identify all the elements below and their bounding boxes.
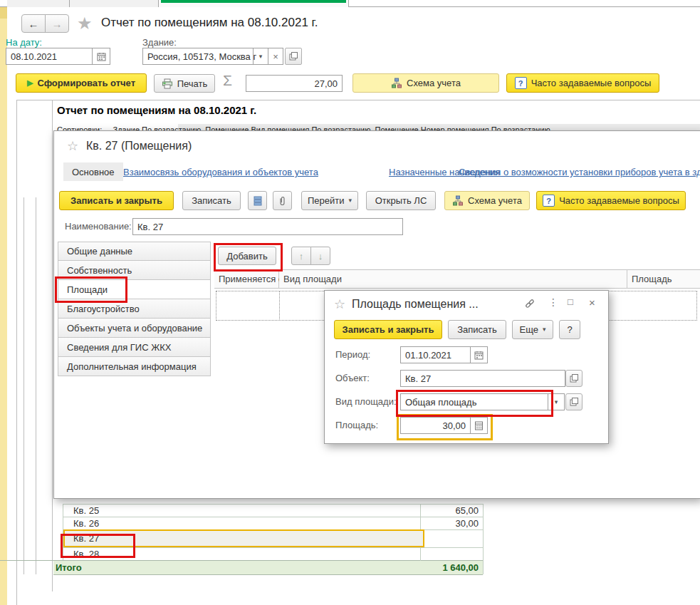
col-header-area-kind[interactable]: Вид площади — [279, 269, 627, 289]
area-value: 30,00 — [401, 420, 470, 431]
area-calculator-button[interactable] — [470, 418, 487, 433]
faq-button[interactable]: ? Часто задаваемые вопросы — [506, 73, 659, 93]
faq-label: Часто задаваемые вопросы — [531, 78, 652, 88]
print-button[interactable]: Печать — [154, 74, 215, 93]
name-input[interactable]: Кв. 27 — [132, 218, 403, 235]
add-label: Добавить — [226, 251, 267, 262]
report-row-name-selected[interactable]: Кв. 27 — [73, 533, 99, 544]
open-in-form-icon — [570, 374, 578, 383]
subdialog-save-label: Записать — [457, 324, 497, 335]
side-tab-label: Собственность — [67, 265, 132, 276]
report-group-line-1 — [16, 100, 17, 605]
side-tab-general[interactable]: Общие данные — [58, 242, 211, 261]
building-value: Россия, 105173, Москва г — [143, 51, 253, 62]
object-input[interactable]: Кв. 27 — [400, 370, 565, 387]
side-tab-additional-info[interactable]: Дополнительная информация — [58, 357, 211, 376]
report-row-name[interactable]: Кв. 28 — [73, 549, 99, 559]
more-menu-icon[interactable]: ⋮ — [548, 296, 558, 308]
favorite-star-icon[interactable]: ★ — [77, 14, 93, 33]
dialog-scheme-button[interactable]: Схема учета — [444, 191, 530, 210]
window-tab-active[interactable] — [159, 0, 349, 7]
area-kind-open-button[interactable] — [565, 393, 583, 410]
building-input[interactable]: Россия, 105173, Москва г ▾ × — [142, 48, 283, 65]
add-button[interactable]: Добавить — [218, 247, 276, 265]
building-filter-label: Здание: — [142, 37, 177, 48]
dialog-star-icon[interactable]: ☆ — [67, 140, 78, 152]
left-side-strip — [0, 7, 7, 605]
side-tab-improvement[interactable]: Благоустройство — [58, 299, 211, 319]
tab-equipment-link[interactable]: Взаимосвязь оборудования и объектов учет… — [123, 167, 318, 177]
scheme-button[interactable]: Схема учета — [352, 73, 499, 93]
building-open-button[interactable] — [285, 48, 302, 65]
maximize-icon[interactable]: □ — [568, 296, 573, 307]
report-row-name[interactable]: Кв. 26 — [73, 518, 99, 529]
side-tab-gis-zhkh[interactable]: Сведения для ГИС ЖКХ — [58, 338, 211, 357]
side-tab-label: Сведения для ГИС ЖКХ — [67, 342, 171, 353]
sum-input[interactable]: 27,00 — [246, 75, 343, 92]
tab-meters-link[interactable]: Сведения о возможности установки приборо… — [459, 167, 700, 177]
window-tab-2[interactable] — [70, 0, 159, 7]
total-bottom-line — [53, 574, 483, 575]
open-ls-button[interactable]: Открыть ЛС — [366, 191, 436, 210]
left-side-strip-accent — [0, 7, 7, 19]
report-row-name[interactable]: Кв. 25 — [73, 505, 99, 516]
move-up-button[interactable]: ↑ — [291, 247, 311, 265]
generate-report-button[interactable]: ▶ Сформировать отчет — [16, 73, 147, 93]
object-value: Кв. 27 — [401, 373, 565, 384]
name-field-label: Наименование: — [65, 221, 132, 232]
paperclip-icon — [278, 196, 287, 206]
date-value: 08.10.2021 — [6, 51, 92, 62]
open-ls-label: Открыть ЛС — [375, 195, 427, 206]
col-header-label: Применяется с: — [219, 274, 286, 284]
area-kind-value: Общая площадь — [401, 397, 548, 408]
help-button[interactable]: ? — [559, 320, 580, 339]
col-header-applies-from[interactable]: Применяется с: — [214, 269, 279, 289]
move-down-button[interactable]: ↓ — [310, 247, 330, 265]
area-value-input[interactable]: 30,00 — [400, 417, 488, 434]
col-header-area[interactable]: Площадь — [627, 269, 700, 289]
play-icon: ▶ — [27, 78, 33, 88]
back-button[interactable]: ← — [21, 14, 46, 33]
total-row: Итого 1 640,00 — [53, 561, 483, 574]
tab-main[interactable]: Основное — [63, 162, 123, 181]
chain-link-icon — [524, 298, 536, 309]
period-input[interactable]: 01.10.2021 — [400, 346, 488, 363]
save-button[interactable]: Записать — [182, 191, 241, 210]
side-tab-areas[interactable]: Площади — [58, 280, 211, 299]
more-button[interactable]: Еще ▾ — [512, 320, 553, 339]
report-row-value[interactable]: 65,00 — [399, 505, 479, 516]
side-tab-label: Площади — [67, 284, 108, 295]
dialog-faq-label: Часто задаваемые вопросы — [559, 195, 679, 206]
window-tab-strip — [0, 0, 700, 7]
active-tab-indicator — [161, 0, 346, 3]
close-icon[interactable]: × — [589, 296, 595, 309]
subdialog-save-button[interactable]: Записать — [448, 320, 506, 339]
side-tab-label: Благоустройство — [67, 304, 140, 314]
chevron-down-icon: ▾ — [555, 399, 558, 405]
forward-button[interactable]: → — [45, 14, 69, 33]
date-input[interactable]: 08.10.2021 — [6, 48, 110, 65]
attachments-button[interactable] — [273, 191, 292, 210]
side-tab-objects-equipment[interactable]: Объекты учета и оборудование — [58, 319, 211, 338]
object-open-button[interactable] — [565, 370, 583, 387]
area-record-dialog: ☆ Площадь помещения ... ⋮ □ × Записать и… — [324, 290, 609, 444]
building-dropdown-button[interactable]: ▾ — [253, 48, 268, 64]
period-calendar-button[interactable] — [470, 347, 487, 363]
area-kind-dropdown-button[interactable]: ▾ — [548, 394, 564, 410]
subdialog-save-close-button[interactable]: Записать и закрыть — [334, 320, 442, 339]
dialog-faq-button[interactable]: ? Часто задаваемые вопросы — [536, 191, 686, 210]
get-link-button[interactable] — [524, 298, 538, 309]
goto-button[interactable]: Перейти ▾ — [301, 191, 358, 210]
subdialog-star-icon[interactable]: ☆ — [334, 298, 345, 311]
total-label: Итого — [56, 562, 82, 573]
print-label: Печать — [177, 78, 208, 89]
save-close-button[interactable]: Записать и закрыть — [59, 191, 174, 210]
window-tab-1[interactable] — [7, 0, 70, 7]
building-clear-button[interactable]: × — [268, 48, 283, 64]
side-tab-ownership[interactable]: Собственность — [58, 261, 211, 280]
report-row-value[interactable]: 30,00 — [399, 518, 479, 529]
calendar-button[interactable] — [92, 48, 110, 64]
report-group-line-4 — [52, 100, 53, 591]
register-records-button[interactable] — [248, 191, 267, 210]
area-kind-input[interactable]: Общая площадь ▾ — [400, 393, 565, 410]
